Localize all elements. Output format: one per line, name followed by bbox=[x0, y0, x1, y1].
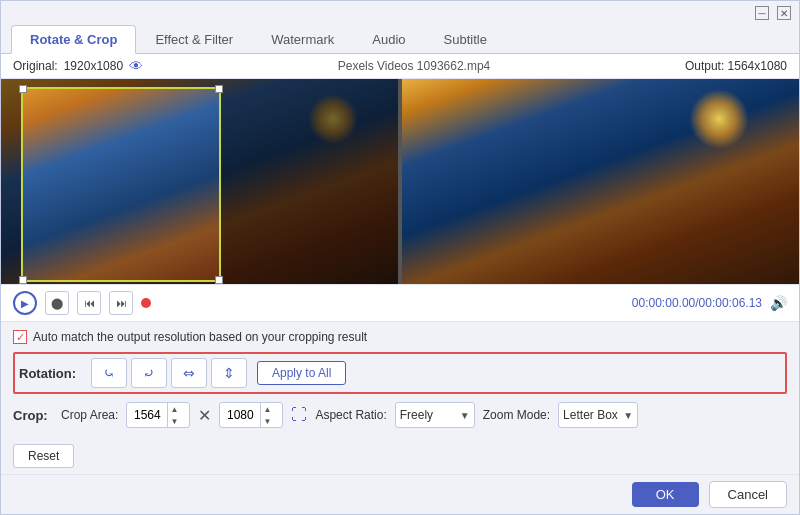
rotation-label: Rotation: bbox=[19, 366, 79, 381]
filename-label: Pexels Videos 1093662.mp4 bbox=[338, 59, 491, 73]
aspect-ratio-value: Freely bbox=[400, 408, 433, 422]
zoom-mode-arrow-icon: ▼ bbox=[623, 410, 633, 421]
zoom-mode-value: Letter Box bbox=[563, 408, 618, 422]
crop-handle-tr[interactable] bbox=[215, 85, 223, 93]
time-current: 00:00:00.00 bbox=[632, 296, 695, 310]
aspect-ratio-label: Aspect Ratio: bbox=[315, 408, 386, 422]
sun-effect-right bbox=[689, 89, 749, 149]
crop-width-input-wrap: ▲ ▼ bbox=[126, 402, 190, 428]
original-info: Original: 1920x1080 👁 bbox=[13, 58, 143, 74]
stop-button[interactable]: ⬤ bbox=[45, 291, 69, 315]
output-resolution: 1564x1080 bbox=[728, 59, 787, 73]
close-button[interactable]: ✕ bbox=[777, 6, 791, 20]
crop-overlay-bottom bbox=[1, 282, 398, 284]
preview-left bbox=[1, 79, 398, 284]
apply-to-all-button[interactable]: Apply to All bbox=[257, 361, 346, 385]
crop-row: Crop: Crop Area: ▲ ▼ ✕ ▲ ▼ ⛶ Aspect Rati… bbox=[13, 402, 787, 428]
tab-subtitle[interactable]: Subtitle bbox=[425, 25, 506, 53]
cancel-button[interactable]: Cancel bbox=[709, 481, 787, 508]
crop-area-label: Crop Area: bbox=[61, 408, 118, 422]
crop-height-input[interactable] bbox=[220, 406, 260, 424]
play-button[interactable]: ▶ bbox=[13, 291, 37, 315]
output-label: Output: bbox=[685, 59, 724, 73]
title-bar: ─ ✕ bbox=[1, 1, 799, 25]
bottom-row: Reset bbox=[1, 444, 799, 474]
auto-match-row: ✓ Auto match the output resolution based… bbox=[13, 330, 787, 344]
crop-overlay-right bbox=[221, 87, 398, 282]
tab-watermark[interactable]: Watermark bbox=[252, 25, 353, 53]
aspect-ratio-arrow-icon: ▼ bbox=[460, 410, 470, 421]
crop-width-up[interactable]: ▲ bbox=[168, 403, 180, 415]
checkmark-icon: ✓ bbox=[16, 331, 25, 344]
crop-height-up[interactable]: ▲ bbox=[261, 403, 273, 415]
original-resolution: 1920x1080 bbox=[64, 59, 123, 73]
volume-icon[interactable]: 🔊 bbox=[770, 295, 787, 311]
tab-bar: Rotate & Crop Effect & Filter Watermark … bbox=[1, 25, 799, 54]
crop-handle-bl[interactable] bbox=[19, 276, 27, 284]
prev-frame-button[interactable]: ⏮ bbox=[77, 291, 101, 315]
crop-width-down[interactable]: ▼ bbox=[168, 415, 180, 427]
rotate-left-button[interactable]: ⤿ bbox=[91, 358, 127, 388]
original-label: Original: bbox=[13, 59, 58, 73]
zoom-mode-label: Zoom Mode: bbox=[483, 408, 550, 422]
tab-rotate-crop[interactable]: Rotate & Crop bbox=[11, 25, 136, 54]
playback-bar: ▶ ⬤ ⏮ ⏭ 00:00:00.00/00:00:06.13 🔊 bbox=[1, 284, 799, 322]
preview-right bbox=[402, 79, 799, 284]
link-dimensions-icon[interactable]: ⛶ bbox=[291, 406, 307, 424]
crop-handle-tl[interactable] bbox=[19, 85, 27, 93]
crop-overlay-top bbox=[1, 79, 398, 87]
crop-selection[interactable] bbox=[21, 87, 221, 282]
main-window: ─ ✕ Rotate & Crop Effect & Filter Waterm… bbox=[0, 0, 800, 515]
reset-button[interactable]: Reset bbox=[13, 444, 74, 468]
info-bar: Original: 1920x1080 👁 Pexels Videos 1093… bbox=[1, 54, 799, 79]
crop-height-down[interactable]: ▼ bbox=[261, 415, 273, 427]
crop-handle-br[interactable] bbox=[215, 276, 223, 284]
crop-width-arrows: ▲ ▼ bbox=[167, 403, 180, 427]
rotate-right-button[interactable]: ⤾ bbox=[131, 358, 167, 388]
crop-height-input-wrap: ▲ ▼ bbox=[219, 402, 283, 428]
crop-width-input[interactable] bbox=[127, 406, 167, 424]
time-display: 00:00:00.00/00:00:06.13 bbox=[632, 296, 762, 310]
zoom-mode-select[interactable]: Letter Box ▼ bbox=[558, 402, 638, 428]
footer: OK Cancel bbox=[1, 474, 799, 514]
preview-eye-icon[interactable]: 👁 bbox=[129, 58, 143, 74]
crop-label: Crop: bbox=[13, 408, 53, 423]
crop-overlay-left bbox=[1, 87, 21, 282]
aspect-ratio-select[interactable]: Freely ▼ bbox=[395, 402, 475, 428]
crop-dimension-separator: ✕ bbox=[198, 406, 211, 425]
flip-vertical-button[interactable]: ⇕ bbox=[211, 358, 247, 388]
controls-area: ✓ Auto match the output resolution based… bbox=[1, 322, 799, 444]
tab-audio[interactable]: Audio bbox=[353, 25, 424, 53]
preview-area bbox=[1, 79, 799, 284]
ok-button[interactable]: OK bbox=[632, 482, 699, 507]
auto-match-checkbox[interactable]: ✓ bbox=[13, 330, 27, 344]
record-button[interactable] bbox=[141, 298, 151, 308]
rotation-row: Rotation: ⤿ ⤾ ⇔ ⇕ Apply to All bbox=[13, 352, 787, 394]
time-total: 00:00:06.13 bbox=[699, 296, 762, 310]
flip-horizontal-button[interactable]: ⇔ bbox=[171, 358, 207, 388]
tab-effect-filter[interactable]: Effect & Filter bbox=[136, 25, 252, 53]
auto-match-label: Auto match the output resolution based o… bbox=[33, 330, 367, 344]
next-frame-button[interactable]: ⏭ bbox=[109, 291, 133, 315]
crop-height-arrows: ▲ ▼ bbox=[260, 403, 273, 427]
output-info: Output: 1564x1080 bbox=[685, 59, 787, 73]
minimize-button[interactable]: ─ bbox=[755, 6, 769, 20]
